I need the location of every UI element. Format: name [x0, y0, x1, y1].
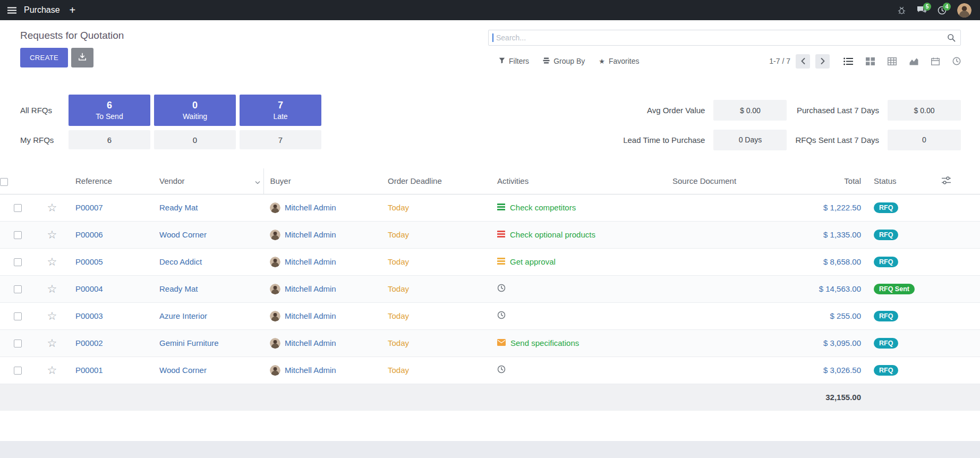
search-input[interactable] [488, 30, 961, 46]
vendor-link[interactable]: Wood Corner [159, 230, 207, 239]
activity-label: Check competitors [510, 203, 576, 212]
my-waiting-box[interactable]: 0 [154, 130, 236, 149]
buyer-link[interactable]: Mitchell Admin [285, 284, 336, 293]
activity-cell[interactable]: Check competitors [497, 203, 660, 212]
filters-button[interactable]: Filters [499, 57, 529, 65]
activity-cell[interactable] [497, 365, 660, 375]
activity-view-icon[interactable] [952, 57, 961, 65]
user-avatar[interactable] [957, 3, 972, 18]
source-document-cell [666, 275, 772, 302]
status-badge: RFQ [874, 202, 898, 213]
activity-cell[interactable]: Check optional products [497, 230, 660, 239]
favorite-star-icon[interactable]: ☆ [47, 364, 57, 376]
avg-order-value-label: Avg Order Value [623, 106, 705, 115]
activity-cell[interactable]: Get approval [497, 257, 660, 266]
favorite-star-icon[interactable]: ☆ [47, 256, 57, 268]
row-checkbox[interactable] [14, 312, 22, 320]
table-row[interactable]: ☆ P00007 Ready Mat Mitchell Admin Today … [0, 194, 980, 221]
table-row[interactable]: ☆ P00006 Wood Corner Mitchell Admin Toda… [0, 221, 980, 248]
late-card[interactable]: 7 Late [240, 95, 321, 126]
vendor-link[interactable]: Gemini Furniture [159, 338, 219, 347]
table-row[interactable]: ☆ P00003 Azure Interior Mitchell Admin T… [0, 302, 980, 329]
table-row[interactable]: ☆ P00002 Gemini Furniture Mitchell Admin… [0, 329, 980, 357]
optional-columns-icon[interactable] [942, 168, 980, 194]
pager-previous-button[interactable] [796, 54, 810, 69]
graph-view-icon[interactable] [909, 57, 918, 65]
bug-icon[interactable] [897, 6, 906, 15]
activity-cell[interactable] [497, 311, 660, 321]
my-to-send-box[interactable]: 6 [69, 130, 150, 149]
vendor-link[interactable]: Ready Mat [159, 284, 198, 293]
reference-link[interactable]: P00003 [75, 311, 103, 320]
select-all-checkbox[interactable] [0, 178, 8, 186]
header-vendor[interactable]: Vendor [153, 168, 263, 194]
buyer-link[interactable]: Mitchell Admin [285, 257, 336, 266]
activities-clock-icon[interactable]: 4 [938, 6, 947, 15]
pager-counter[interactable]: 1-7 / 7 [769, 57, 790, 65]
kanban-view-icon[interactable] [866, 57, 875, 65]
row-checkbox[interactable] [14, 340, 22, 347]
reference-link[interactable]: P00006 [75, 230, 103, 239]
table-row[interactable]: ☆ P00001 Wood Corner Mitchell Admin Toda… [0, 357, 980, 384]
calendar-view-icon[interactable] [931, 57, 940, 65]
group-by-button[interactable]: Group By [543, 57, 585, 65]
reference-link[interactable]: P00005 [75, 257, 103, 266]
header-source-document[interactable]: Source Document [666, 168, 772, 194]
favorite-star-icon[interactable]: ☆ [47, 310, 57, 322]
app-name[interactable]: Purchase [24, 5, 60, 15]
table-row[interactable]: ☆ P00004 Ready Mat Mitchell Admin Today … [0, 275, 980, 302]
buyer-link[interactable]: Mitchell Admin [285, 203, 336, 212]
favorite-star-icon[interactable]: ☆ [47, 283, 57, 295]
lead-time-box[interactable]: 0 Days [713, 130, 787, 150]
buyer-link[interactable]: Mitchell Admin [285, 366, 336, 375]
reference-link[interactable]: P00002 [75, 338, 103, 347]
activity-list-icon [497, 203, 505, 212]
order-deadline-cell: Today [381, 248, 491, 275]
activity-cell[interactable] [497, 284, 660, 294]
header-buyer[interactable]: Buyer [263, 168, 381, 194]
row-checkbox[interactable] [14, 285, 22, 293]
vendor-link[interactable]: Deco Addict [159, 257, 202, 266]
row-checkbox[interactable] [14, 231, 22, 239]
avg-order-value-box[interactable]: $ 0.00 [713, 100, 787, 121]
vendor-link[interactable]: Wood Corner [159, 366, 207, 375]
purchased-last-7-days-box[interactable]: $ 0.00 [888, 100, 961, 121]
table-row[interactable]: ☆ P00005 Deco Addict Mitchell Admin Toda… [0, 248, 980, 275]
to-send-card[interactable]: 6 To Send [69, 95, 150, 126]
my-late-box[interactable]: 7 [240, 130, 321, 149]
reference-link[interactable]: P00001 [75, 366, 103, 375]
messages-icon[interactable]: 5 [917, 6, 927, 14]
row-checkbox[interactable] [14, 204, 22, 212]
pivot-view-icon[interactable] [888, 57, 897, 65]
activity-clock-icon [497, 284, 506, 294]
header-status[interactable]: Status [867, 168, 942, 194]
buyer-link[interactable]: Mitchell Admin [285, 230, 336, 239]
pager-next-button[interactable] [815, 54, 830, 69]
favorite-star-icon[interactable]: ☆ [47, 337, 57, 349]
header-order-deadline[interactable]: Order Deadline [381, 168, 491, 194]
header-reference[interactable]: Reference [69, 168, 153, 194]
vendor-link[interactable]: Azure Interior [159, 311, 207, 320]
plus-icon[interactable]: + [70, 5, 76, 15]
reference-link[interactable]: P00007 [75, 203, 103, 212]
export-button[interactable] [71, 48, 93, 67]
favorites-button[interactable]: ★ Favorites [599, 57, 639, 65]
activity-cell[interactable]: Send specifications [497, 338, 660, 347]
activity-clock-icon [497, 311, 506, 321]
header-total[interactable]: Total [772, 168, 867, 194]
favorite-star-icon[interactable]: ☆ [47, 201, 57, 214]
create-button[interactable]: CREATE [20, 48, 68, 67]
star-column-header [35, 168, 69, 194]
reference-link[interactable]: P00004 [75, 284, 103, 293]
waiting-card[interactable]: 0 Waiting [154, 95, 236, 126]
row-checkbox[interactable] [14, 367, 22, 375]
rfqs-sent-last-7-days-box[interactable]: 0 [888, 130, 961, 150]
apps-menu-icon[interactable] [7, 7, 16, 14]
vendor-link[interactable]: Ready Mat [159, 203, 198, 212]
buyer-link[interactable]: Mitchell Admin [285, 311, 336, 320]
buyer-link[interactable]: Mitchell Admin [285, 338, 336, 347]
row-checkbox[interactable] [14, 258, 22, 266]
favorite-star-icon[interactable]: ☆ [47, 228, 57, 241]
header-activities[interactable]: Activities [491, 168, 666, 194]
list-view-icon[interactable] [843, 57, 853, 65]
